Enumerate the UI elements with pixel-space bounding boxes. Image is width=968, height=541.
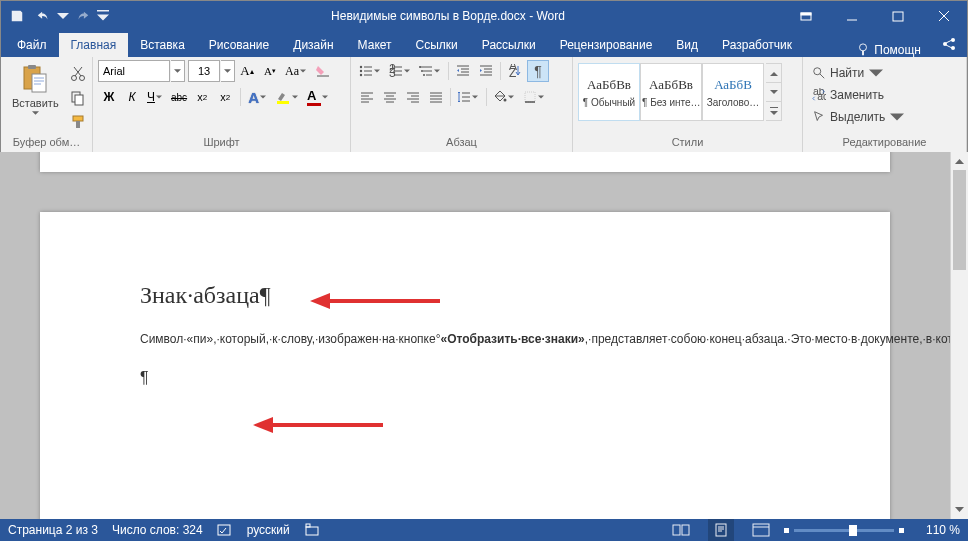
replace-button[interactable]: abacЗаменить — [808, 85, 902, 105]
zoom-level[interactable]: 110 % — [926, 523, 960, 537]
align-right-button[interactable] — [402, 86, 424, 108]
numbering-button[interactable]: 123 — [386, 60, 415, 82]
svg-rect-13 — [32, 74, 46, 92]
font-name-dropdown[interactable] — [171, 60, 185, 82]
style-normal[interactable]: АаБбВв¶ Обычный — [578, 63, 640, 121]
tab-home[interactable]: Главная — [59, 33, 129, 57]
status-bar: Страница 2 из 3 Число слов: 324 русский … — [0, 519, 968, 541]
status-words[interactable]: Число слов: 324 — [112, 523, 203, 537]
subscript-button[interactable]: x2 — [191, 86, 213, 108]
decrease-indent-button[interactable] — [452, 60, 474, 82]
scroll-thumb[interactable] — [953, 170, 966, 270]
text-effects-button[interactable]: A — [245, 86, 271, 108]
share-button[interactable] — [931, 31, 967, 57]
close-icon[interactable] — [921, 1, 967, 31]
change-case-button[interactable]: Aa — [282, 60, 311, 82]
grow-font-button[interactable]: A▴ — [236, 60, 258, 82]
status-spellcheck-icon[interactable] — [217, 523, 233, 537]
scroll-up-icon[interactable] — [766, 64, 781, 83]
borders-button[interactable] — [520, 86, 549, 108]
font-name-input[interactable]: Arial — [98, 60, 170, 82]
tab-file[interactable]: Файл — [5, 33, 59, 57]
style-heading1[interactable]: АаБбВЗаголово… — [702, 63, 764, 121]
align-center-button[interactable] — [379, 86, 401, 108]
svg-point-28 — [421, 70, 423, 72]
increase-indent-button[interactable] — [475, 60, 497, 82]
svg-rect-1 — [801, 13, 811, 15]
copy-button[interactable] — [67, 87, 89, 109]
cut-button[interactable] — [67, 63, 89, 85]
doc-heading[interactable]: Знак·абзаца¶ — [140, 282, 790, 309]
ribbon-display-icon[interactable] — [783, 1, 829, 31]
tab-developer[interactable]: Разработчик — [710, 33, 804, 57]
bold-button[interactable]: Ж — [98, 86, 120, 108]
tab-mailings[interactable]: Рассылки — [470, 33, 548, 57]
status-page[interactable]: Страница 2 из 3 — [8, 523, 98, 537]
tab-layout[interactable]: Макет — [346, 33, 404, 57]
tab-design[interactable]: Дизайн — [281, 33, 345, 57]
select-button[interactable]: Выделить — [808, 107, 902, 127]
font-size-dropdown[interactable] — [221, 60, 235, 82]
svg-point-29 — [423, 74, 425, 76]
line-spacing-button[interactable] — [454, 86, 483, 108]
undo-icon[interactable] — [31, 4, 55, 28]
svg-rect-3 — [893, 12, 903, 21]
tell-me-label: Помощн — [874, 43, 921, 57]
superscript-button[interactable]: x2 — [214, 86, 236, 108]
find-button[interactable]: Найти — [808, 63, 902, 83]
tab-references[interactable]: Ссылки — [404, 33, 470, 57]
redo-icon[interactable] — [71, 4, 95, 28]
status-macro-icon[interactable] — [304, 523, 320, 537]
clear-format-button[interactable] — [312, 60, 334, 82]
view-read-icon[interactable] — [668, 519, 694, 541]
qat-customize-icon[interactable] — [97, 4, 109, 28]
shading-button[interactable] — [490, 86, 519, 108]
font-size-input[interactable]: 13 — [188, 60, 220, 82]
group-styles: АаБбВв¶ Обычный АаБбВв¶ Без инте… АаБбВЗ… — [573, 57, 803, 152]
undo-more-icon[interactable] — [57, 4, 69, 28]
vertical-scrollbar[interactable] — [950, 152, 968, 519]
maximize-icon[interactable] — [875, 1, 921, 31]
styles-more-icon[interactable] — [766, 102, 781, 120]
svg-point-14 — [71, 76, 76, 81]
scroll-up-icon[interactable] — [951, 152, 968, 170]
page-current[interactable]: Знак·абзаца¶ Символ·«пи»,·который,·к·сло… — [40, 212, 890, 519]
show-marks-button[interactable]: ¶ — [527, 60, 549, 82]
paste-button[interactable]: Вставить — [6, 59, 65, 119]
justify-button[interactable] — [425, 86, 447, 108]
scroll-down-icon[interactable] — [766, 83, 781, 102]
font-color-button[interactable]: A — [304, 86, 333, 108]
minimize-icon[interactable] — [829, 1, 875, 31]
bullets-button[interactable] — [356, 60, 385, 82]
group-label-styles: Стили — [578, 136, 797, 152]
zoom-thumb[interactable] — [849, 525, 857, 536]
document-area[interactable]: Знак·абзаца¶ Символ·«пи»,·который,·к·сло… — [0, 152, 950, 519]
status-language[interactable]: русский — [247, 523, 290, 537]
style-no-spacing[interactable]: АаБбВв¶ Без инте… — [640, 63, 702, 121]
svg-text:ac: ac — [817, 90, 826, 102]
tell-me[interactable]: Помощн — [846, 43, 931, 57]
tab-review[interactable]: Рецензирование — [548, 33, 665, 57]
italic-button[interactable]: К — [121, 86, 143, 108]
tab-view[interactable]: Вид — [664, 33, 710, 57]
view-print-icon[interactable] — [708, 519, 734, 541]
group-clipboard: Вставить Буфер обм… — [1, 57, 93, 152]
zoom-slider[interactable] — [794, 529, 894, 532]
styles-scrollbar[interactable] — [766, 63, 782, 121]
sort-button[interactable]: AZ — [504, 60, 526, 82]
doc-paragraph[interactable]: Символ·«пи»,·который,·к·слову,·изображен… — [140, 327, 790, 349]
save-icon[interactable] — [5, 4, 29, 28]
tab-insert[interactable]: Вставка — [128, 33, 197, 57]
annotation-arrow — [253, 416, 383, 434]
format-painter-button[interactable] — [67, 111, 89, 133]
highlight-button[interactable] — [272, 86, 303, 108]
doc-empty-paragraph[interactable]: ¶ — [140, 367, 790, 389]
view-web-icon[interactable] — [748, 519, 774, 541]
multilevel-button[interactable] — [416, 60, 445, 82]
tab-draw[interactable]: Рисование — [197, 33, 281, 57]
scroll-down-icon[interactable] — [951, 501, 968, 519]
shrink-font-button[interactable]: A▾ — [259, 60, 281, 82]
strike-button[interactable]: abc — [168, 86, 190, 108]
underline-button[interactable]: Ч — [144, 86, 167, 108]
align-left-button[interactable] — [356, 86, 378, 108]
